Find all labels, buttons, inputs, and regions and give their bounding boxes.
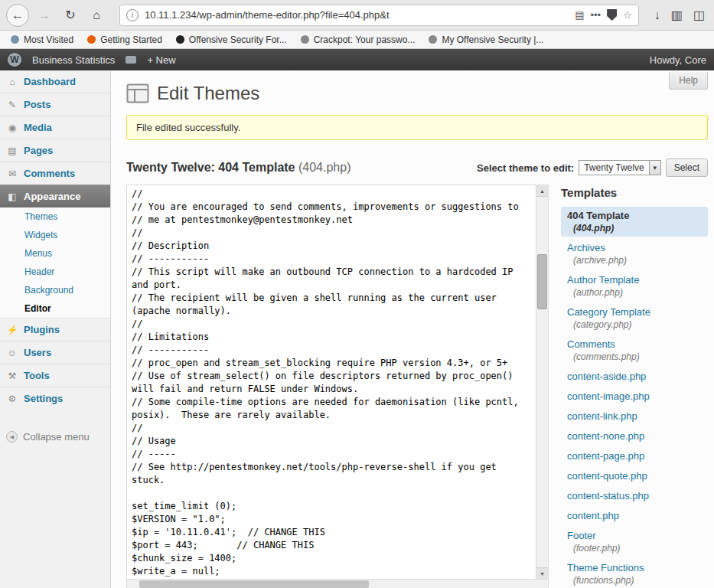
- toolbar-right-icons: ↓ ▥ ◫: [651, 8, 708, 22]
- sidebar-menu-item[interactable]: ☺ Users: [0, 341, 110, 364]
- template-list-item[interactable]: Category Template (category.php): [561, 303, 708, 333]
- template-name-link[interactable]: content-quote.php: [567, 470, 702, 482]
- template-name-link[interactable]: Archives: [567, 242, 702, 253]
- bookmark-star-icon[interactable]: ☆: [623, 9, 632, 21]
- new-content-button[interactable]: + New: [147, 54, 175, 66]
- template-name-link[interactable]: Category Template: [567, 306, 702, 318]
- template-name-link[interactable]: Author Template: [567, 274, 702, 286]
- sidebar-menu-item[interactable]: Menus: [0, 244, 110, 263]
- template-name-link[interactable]: Footer: [567, 530, 702, 541]
- sidebar-menu-item[interactable]: ✎ Posts: [0, 93, 110, 116]
- template-list-item[interactable]: Archives (archive.php): [561, 239, 708, 269]
- sidebar-menu-item[interactable]: Widgets: [0, 226, 110, 244]
- pocket-icon[interactable]: [607, 9, 617, 21]
- template-list-item[interactable]: Author Template (author.php): [561, 271, 708, 301]
- sidebar-menu-item[interactable]: ✉ Comments: [0, 162, 110, 185]
- sidebar-menu-item[interactable]: ▤ Pages: [0, 139, 110, 162]
- template-name-link[interactable]: content-status.php: [567, 490, 702, 501]
- tools-icon: ⚒: [6, 371, 18, 381]
- menu-item-label: Plugins: [24, 324, 60, 335]
- collapse-menu-button[interactable]: ◀ Collapse menu: [0, 423, 110, 450]
- sidebar-toggle-icon[interactable]: ◫: [693, 8, 705, 22]
- sidebar-menu-item[interactable]: ⚒ Tools: [0, 364, 110, 387]
- back-icon[interactable]: ←: [6, 4, 29, 27]
- select-theme-button[interactable]: Select: [666, 158, 708, 177]
- bookmark-item[interactable]: Getting Started: [87, 34, 162, 45]
- template-name-link[interactable]: 404 Template: [567, 210, 702, 221]
- bookmark-item[interactable]: Most Visited: [11, 34, 73, 45]
- sidebar-menu-item[interactable]: ⌂ Dashboard: [0, 70, 110, 93]
- template-name-link[interactable]: content-link.php: [567, 410, 702, 422]
- h-scrollbar-thumb[interactable]: [139, 580, 369, 588]
- theme-picker-label: Select theme to edit:: [477, 162, 574, 174]
- globe-icon: [429, 35, 437, 44]
- template-list-item[interactable]: Comments (comments.php): [561, 335, 708, 365]
- sidebar-menu-item[interactable]: ◧ Appearance: [0, 185, 110, 207]
- collapse-arrow-icon: ◀: [6, 431, 18, 443]
- main-content: Help Edit Themes File edited successfull…: [111, 70, 714, 588]
- url-text[interactable]: 10.11.1.234/wp-admin/theme-editor.php?fi…: [145, 9, 569, 21]
- sidebar-menu-item[interactable]: Editor: [0, 299, 110, 318]
- bookmark-item[interactable]: Crackpot: Your passwo...: [301, 34, 416, 45]
- template-file-name: (functions.php): [567, 575, 702, 586]
- menu-item-label: Tools: [24, 370, 50, 381]
- editor-horizontal-scrollbar[interactable]: [126, 580, 549, 588]
- template-list-item[interactable]: content-page.php: [561, 447, 708, 465]
- home-icon[interactable]: ⌂: [86, 5, 107, 26]
- template-list-item[interactable]: content-image.php: [561, 387, 708, 405]
- sidebar-menu-item[interactable]: ⚙ Settings: [0, 387, 110, 410]
- template-name-link[interactable]: content-aside.php: [567, 371, 702, 382]
- sidebar-menu-item[interactable]: Header: [0, 263, 110, 281]
- scrollbar-thumb[interactable]: [537, 254, 547, 309]
- page-actions-icon[interactable]: •••: [590, 9, 601, 21]
- sidebar-menu-item[interactable]: ⚡ Plugins: [0, 318, 110, 341]
- template-list-item[interactable]: content-status.php: [561, 487, 708, 505]
- theme-select[interactable]: Twenty Twelve ▼: [579, 160, 660, 175]
- template-list-item[interactable]: Theme Functions (functions.php): [561, 559, 708, 588]
- template-name-link[interactable]: content-page.php: [567, 450, 702, 462]
- bookmark-item[interactable]: Offensive Security For...: [176, 34, 287, 45]
- site-info-icon[interactable]: i: [126, 9, 139, 21]
- editor-vertical-scrollbar[interactable]: ▲ ▼: [536, 185, 548, 579]
- template-name-link[interactable]: content.php: [567, 510, 702, 521]
- template-list-item[interactable]: Footer (footer.php): [561, 527, 708, 557]
- sidebar-menu-item[interactable]: Themes: [0, 207, 110, 226]
- template-list-item[interactable]: content-none.php: [561, 427, 708, 445]
- library-icon[interactable]: ▥: [671, 8, 683, 22]
- scroll-up-icon[interactable]: ▲: [536, 185, 548, 197]
- wordpress-logo-icon[interactable]: W: [8, 53, 21, 67]
- theme-picker: Select theme to edit: Twenty Twelve ▼ Se…: [477, 158, 708, 177]
- scroll-down-icon[interactable]: ▼: [536, 567, 548, 579]
- settings-icon: ⚙: [6, 394, 18, 404]
- comments-bubble-icon[interactable]: [126, 56, 136, 64]
- template-list-item[interactable]: content-link.php: [561, 407, 708, 425]
- template-name-link[interactable]: content-image.php: [567, 390, 702, 402]
- reload-icon[interactable]: ↻: [60, 5, 81, 26]
- bookmark-label: Getting Started: [100, 34, 162, 45]
- code-editor-textarea[interactable]: // // You are encouraged to send comment…: [127, 185, 536, 579]
- menu-item-label: Comments: [24, 168, 75, 179]
- sidebar-menu-item[interactable]: ◉ Media: [0, 116, 110, 139]
- sidebar-menu-item[interactable]: Background: [0, 281, 110, 299]
- url-bar[interactable]: i 10.11.1.234/wp-admin/theme-editor.php?…: [119, 5, 639, 26]
- template-name-link[interactable]: Comments: [567, 338, 702, 350]
- howdy-account-link[interactable]: Howdy, Core: [650, 54, 706, 66]
- help-button[interactable]: Help: [669, 72, 708, 90]
- wp-admin-bar: W Business Statistics + New Howdy, Core: [0, 49, 714, 70]
- template-list-item[interactable]: content.php: [561, 507, 708, 524]
- template-list-item[interactable]: 404 Template (404.php): [561, 207, 708, 237]
- comments-icon: ✉: [6, 168, 18, 179]
- site-name-link[interactable]: Business Statistics: [32, 54, 115, 66]
- bookmark-item[interactable]: My Offensive Security |...: [429, 34, 543, 45]
- template-name-link[interactable]: content-none.php: [567, 430, 702, 442]
- plugins-icon: ⚡: [6, 325, 18, 335]
- template-list-item[interactable]: content-quote.php: [561, 467, 708, 485]
- forward-icon[interactable]: →: [34, 5, 55, 26]
- screen: ← → ↻ ⌂ i 10.11.1.234/wp-admin/theme-edi…: [0, 0, 714, 588]
- media-icon: ◉: [6, 122, 18, 133]
- template-list-item[interactable]: content-aside.php: [561, 368, 708, 385]
- template-name-link[interactable]: Theme Functions: [567, 562, 702, 573]
- reader-mode-icon[interactable]: ▤: [575, 9, 584, 21]
- download-icon[interactable]: ↓: [654, 8, 660, 22]
- template-file-name: (author.php): [567, 287, 702, 298]
